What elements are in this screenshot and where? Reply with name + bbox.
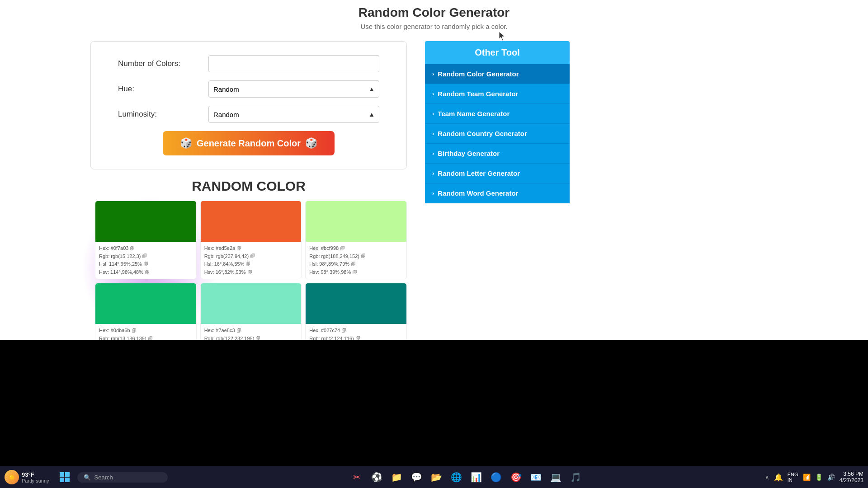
hex-copy-icon-5[interactable]: 🗐 [237,327,241,334]
hsl-copy-icon-2[interactable]: 🗐 [246,261,250,268]
random-color-section: RANDOM COLOR Hex: #0f7a03 🗐 Rgb: rgb(15,… [90,178,407,362]
sidebar-chevron-icon-5: › [432,170,434,177]
taskbar-app-10[interactable]: 📧 [528,469,544,485]
rgb-copy-icon-2[interactable]: 🗐 [250,253,255,260]
sidebar-item-1[interactable]: › Random Team Generator [425,84,570,104]
taskbar-app-6[interactable]: 🌐 [448,469,464,485]
page-title: Random Color Generator [0,5,868,20]
hex-copy-icon-2[interactable]: 🗐 [237,245,241,252]
hex-label-1: Hex: #0f7a03 [99,244,128,253]
num-colors-input[interactable] [208,55,379,72]
taskbar-search[interactable]: 🔍 Search [77,472,168,483]
hex-row-5: Hex: #7ae8c3 🗐 [204,327,298,335]
sidebar-chevron-icon-3: › [432,130,434,137]
generate-button-label: Generate Random Color [197,138,301,149]
taskbar-app-3[interactable]: 📁 [388,469,405,485]
rgb-label-2: Rgb: rgb(237,94,42) [204,253,249,261]
color-swatch-2 [201,201,302,242]
hue-row: Hue: Random Red Orange Yellow Green Blue… [118,80,379,98]
hex-label-6: Hex: #027c74 [309,327,340,335]
generate-button[interactable]: 🎲 Generate Random Color 🎲 [163,131,335,155]
hex-row-6: Hex: #027c74 🗐 [309,327,403,335]
taskbar-app-8[interactable]: 🔵 [488,469,504,485]
sidebar-item-label-0: Random Color Generator [438,70,519,78]
rgb-copy-icon-3[interactable]: 🗐 [361,253,366,260]
taskbar-up-arrow[interactable]: ∧ [765,474,769,481]
color-card-1: Hex: #0f7a03 🗐 Rgb: rgb(15,122,3) 🗐 Hsl:… [95,201,197,279]
sidebar-item-label-5: Random Letter Generator [438,169,520,177]
hex-row-4: Hex: #0dba6b 🗐 [99,327,193,335]
taskbar-app-1[interactable]: ✂ [349,469,365,485]
hue-select[interactable]: Random Red Orange Yellow Green Blue Purp… [208,80,379,98]
hsv-copy-icon-3[interactable]: 🗐 [353,269,357,276]
color-info-3: Hex: #bcf998 🗐 Rgb: rgb(188,249,152) 🗐 H… [306,242,406,279]
hsl-row-2: Hsl: 16°,84%,55% 🗐 [204,260,298,268]
weather-temp: 93°F [22,471,49,478]
start-button[interactable] [57,469,73,485]
hsv-label-2: Hsv: 16°,82%,93% [204,268,246,277]
luminosity-select[interactable]: Random Bright Light Dark [208,106,379,123]
sidebar-item-label-6: Random Word Generator [438,189,518,197]
hsl-copy-icon-3[interactable]: 🗐 [351,261,356,268]
taskbar-app-11[interactable]: 💻 [547,469,564,485]
black-bar [0,340,868,466]
hex-label-3: Hex: #bcf998 [309,244,339,253]
rgb-row-3: Rgb: rgb(188,249,152) 🗐 [309,253,403,261]
volume-icon[interactable]: 🔊 [827,474,835,481]
taskbar-right: ∧ 🔔 ENGIN 📶 🔋 🔊 3:56 PM 4/27/2023 [765,471,863,483]
taskbar-app-4[interactable]: 💬 [408,469,425,485]
hsv-copy-icon-1[interactable]: 🗐 [145,269,150,276]
hsv-row-3: Hsv: 98°,39%,98% 🗐 [309,268,403,277]
hex-copy-icon-1[interactable]: 🗐 [130,245,135,252]
sidebar-item-label-1: Random Team Generator [438,90,518,98]
hsv-copy-icon-2[interactable]: 🗐 [248,269,252,276]
sidebar-item-5[interactable]: › Random Letter Generator [425,164,570,183]
hsv-label-1: Hsv: 114°,98%,48% [99,268,143,277]
sidebar-item-4[interactable]: › Birthday Generator [425,144,570,164]
sidebar-chevron-icon-2: › [432,110,434,117]
sidebar-item-6[interactable]: › Random Word Generator [425,183,570,203]
sidebar-chevron-icon-1: › [432,90,434,97]
taskbar-app-2[interactable]: ⚽ [368,469,385,485]
sidebar-chevron-icon-4: › [432,150,434,157]
random-color-title: RANDOM COLOR [90,178,407,194]
taskbar-clock: 3:56 PM 4/27/2023 [840,471,863,483]
hsl-label-3: Hsl: 98°,89%,79% [309,260,349,268]
taskbar-app-9[interactable]: 🎯 [508,469,524,485]
notification-bell-icon[interactable]: 🔔 [774,473,783,482]
dice-right-icon: 🎲 [305,137,317,149]
hsv-row-2: Hsv: 16°,82%,93% 🗐 [204,268,298,277]
hex-row-3: Hex: #bcf998 🗐 [309,244,403,253]
hex-label-2: Hex: #ed5e2a [204,244,236,253]
color-grid-wrapper: Hex: #0f7a03 🗐 Rgb: rgb(15,122,3) 🗐 Hsl:… [90,201,407,362]
hsv-row-1: Hsv: 114°,98%,48% 🗐 [99,268,193,277]
hue-select-wrapper: Random Red Orange Yellow Green Blue Purp… [208,80,379,98]
hex-label-5: Hex: #7ae8c3 [204,327,235,335]
hsl-label-1: Hsl: 114°,95%,25% [99,260,142,268]
sidebar-item-2[interactable]: › Team Name Generator [425,104,570,124]
rgb-copy-icon-1[interactable]: 🗐 [142,253,147,260]
taskbar-app-12[interactable]: 🎵 [567,469,584,485]
luminosity-row: Luminosity: Random Bright Light Dark ▲ [118,106,379,123]
weather-icon: ☀️ [5,470,19,484]
page-subtitle: Use this color generator to randomly pic… [0,23,868,30]
num-colors-label: Number of Colors: [118,59,208,68]
taskbar-time-display: 3:56 PM [840,471,863,477]
color-grid: Hex: #0f7a03 🗐 Rgb: rgb(15,122,3) 🗐 Hsl:… [95,201,407,362]
sidebar-item-3[interactable]: › Random Country Generator [425,124,570,144]
weather-info: 93°F Partly sunny [22,471,49,483]
color-swatch-6 [306,283,406,324]
hex-copy-icon-4[interactable]: 🗐 [132,327,137,334]
color-swatch-5 [201,283,302,324]
hsl-copy-icon-1[interactable]: 🗐 [144,261,148,268]
hex-copy-icon-6[interactable]: 🗐 [342,327,346,334]
search-icon: 🔍 [84,474,91,481]
taskbar-app-7[interactable]: 📊 [468,469,484,485]
hex-copy-icon-3[interactable]: 🗐 [340,245,345,252]
color-card-3: Hex: #bcf998 🗐 Rgb: rgb(188,249,152) 🗐 H… [305,201,407,279]
color-swatch-4 [95,283,196,324]
sidebar-item-0[interactable]: › Random Color Generator [425,64,570,84]
taskbar-app-5[interactable]: 📂 [428,469,444,485]
wifi-icon[interactable]: 📶 [803,474,811,481]
battery-icon[interactable]: 🔋 [815,474,823,481]
